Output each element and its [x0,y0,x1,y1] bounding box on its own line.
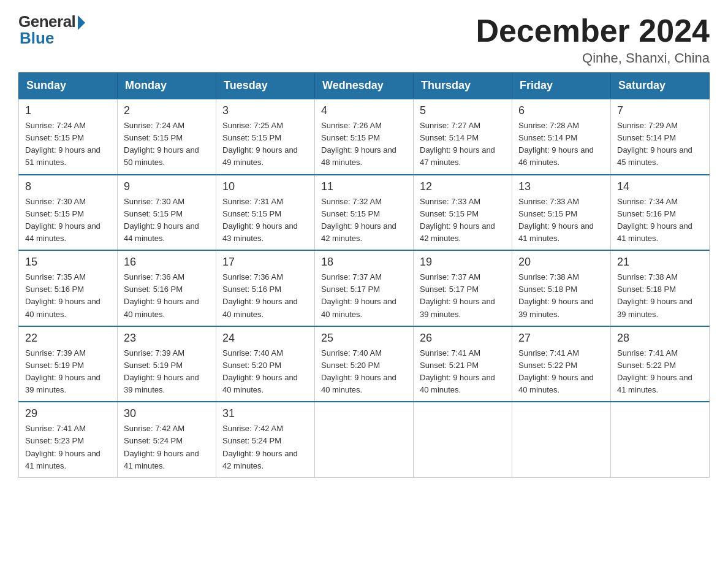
month-title: December 2024 [476,12,710,49]
day-number: 4 [321,104,407,117]
calendar-week-row: 29 Sunrise: 7:41 AMSunset: 5:23 PMDaylig… [19,402,710,477]
day-info: Sunrise: 7:41 AMSunset: 5:23 PMDaylight:… [25,424,100,470]
day-info: Sunrise: 7:38 AMSunset: 5:18 PMDaylight:… [518,272,594,318]
day-info: Sunrise: 7:27 AMSunset: 5:14 PMDaylight:… [420,121,495,167]
calendar-day-cell: 30 Sunrise: 7:42 AMSunset: 5:24 PMDaylig… [118,402,216,477]
day-info: Sunrise: 7:28 AMSunset: 5:14 PMDaylight:… [518,121,594,167]
page-header: General Blue December 2024 Qinhe, Shanxi… [18,12,710,66]
calendar-header-tuesday: Tuesday [216,73,315,99]
day-number: 14 [617,180,703,193]
calendar-day-cell: 7 Sunrise: 7:29 AMSunset: 5:14 PMDayligh… [611,99,710,175]
calendar-day-cell: 20 Sunrise: 7:38 AMSunset: 5:18 PMDaylig… [512,250,611,326]
calendar-day-cell [315,402,414,477]
day-info: Sunrise: 7:31 AMSunset: 5:15 PMDaylight:… [222,197,298,243]
day-number: 21 [617,256,703,269]
calendar-week-row: 22 Sunrise: 7:39 AMSunset: 5:19 PMDaylig… [19,326,710,402]
calendar-day-cell: 13 Sunrise: 7:33 AMSunset: 5:15 PMDaylig… [512,175,611,251]
day-number: 11 [321,180,407,193]
day-info: Sunrise: 7:32 AMSunset: 5:15 PMDaylight:… [321,197,396,243]
calendar-day-cell: 6 Sunrise: 7:28 AMSunset: 5:14 PMDayligh… [512,99,611,175]
calendar-day-cell: 28 Sunrise: 7:41 AMSunset: 5:22 PMDaylig… [611,326,710,402]
day-info: Sunrise: 7:41 AMSunset: 5:21 PMDaylight:… [420,348,495,394]
day-number: 3 [222,104,308,117]
calendar-week-row: 15 Sunrise: 7:35 AMSunset: 5:16 PMDaylig… [19,250,710,326]
day-number: 6 [518,104,604,117]
calendar-week-row: 8 Sunrise: 7:30 AMSunset: 5:15 PMDayligh… [19,175,710,251]
day-number: 28 [617,332,703,345]
location-title: Qinhe, Shanxi, China [476,50,710,66]
day-info: Sunrise: 7:29 AMSunset: 5:14 PMDaylight:… [617,121,692,167]
day-number: 23 [124,332,210,345]
calendar-day-cell: 18 Sunrise: 7:37 AMSunset: 5:17 PMDaylig… [315,250,414,326]
calendar-day-cell [611,402,710,477]
day-number: 18 [321,256,407,269]
calendar-day-cell: 9 Sunrise: 7:30 AMSunset: 5:15 PMDayligh… [118,175,216,251]
calendar-day-cell: 21 Sunrise: 7:38 AMSunset: 5:18 PMDaylig… [611,250,710,326]
day-number: 30 [124,407,210,420]
day-number: 22 [25,332,111,345]
day-number: 2 [124,104,210,117]
calendar-day-cell: 22 Sunrise: 7:39 AMSunset: 5:19 PMDaylig… [19,326,118,402]
logo: General Blue [18,12,85,48]
day-info: Sunrise: 7:30 AMSunset: 5:15 PMDaylight:… [25,197,100,243]
calendar-week-row: 1 Sunrise: 7:24 AMSunset: 5:15 PMDayligh… [19,99,710,175]
day-number: 25 [321,332,407,345]
day-info: Sunrise: 7:41 AMSunset: 5:22 PMDaylight:… [617,348,692,394]
calendar-day-cell: 15 Sunrise: 7:35 AMSunset: 5:16 PMDaylig… [19,250,118,326]
calendar-day-cell: 29 Sunrise: 7:41 AMSunset: 5:23 PMDaylig… [19,402,118,477]
calendar-day-cell: 24 Sunrise: 7:40 AMSunset: 5:20 PMDaylig… [216,326,315,402]
day-number: 13 [518,180,604,193]
calendar-header-wednesday: Wednesday [315,73,414,99]
day-number: 26 [420,332,506,345]
day-info: Sunrise: 7:40 AMSunset: 5:20 PMDaylight:… [222,348,298,394]
calendar-table: SundayMondayTuesdayWednesdayThursdayFrid… [18,72,710,478]
calendar-day-cell [512,402,611,477]
day-info: Sunrise: 7:42 AMSunset: 5:24 PMDaylight:… [124,424,199,470]
day-info: Sunrise: 7:24 AMSunset: 5:15 PMDaylight:… [25,121,100,167]
calendar-day-cell: 2 Sunrise: 7:24 AMSunset: 5:15 PMDayligh… [118,99,216,175]
day-info: Sunrise: 7:36 AMSunset: 5:16 PMDaylight:… [222,272,298,318]
calendar-day-cell: 27 Sunrise: 7:41 AMSunset: 5:22 PMDaylig… [512,326,611,402]
day-info: Sunrise: 7:42 AMSunset: 5:24 PMDaylight:… [222,424,298,470]
calendar-day-cell: 25 Sunrise: 7:40 AMSunset: 5:20 PMDaylig… [315,326,414,402]
calendar-day-cell: 14 Sunrise: 7:34 AMSunset: 5:16 PMDaylig… [611,175,710,251]
day-info: Sunrise: 7:30 AMSunset: 5:15 PMDaylight:… [124,197,199,243]
day-number: 29 [25,407,111,420]
calendar-day-cell: 12 Sunrise: 7:33 AMSunset: 5:15 PMDaylig… [414,175,512,251]
day-number: 9 [124,180,210,193]
day-number: 1 [25,104,111,117]
calendar-day-cell: 3 Sunrise: 7:25 AMSunset: 5:15 PMDayligh… [216,99,315,175]
day-info: Sunrise: 7:37 AMSunset: 5:17 PMDaylight:… [321,272,396,318]
day-number: 31 [222,407,308,420]
day-info: Sunrise: 7:33 AMSunset: 5:15 PMDaylight:… [518,197,594,243]
day-number: 27 [518,332,604,345]
logo-arrow-icon [78,15,85,30]
calendar-day-cell: 26 Sunrise: 7:41 AMSunset: 5:21 PMDaylig… [414,326,512,402]
calendar-header-thursday: Thursday [414,73,512,99]
day-number: 8 [25,180,111,193]
day-info: Sunrise: 7:34 AMSunset: 5:16 PMDaylight:… [617,197,692,243]
day-info: Sunrise: 7:41 AMSunset: 5:22 PMDaylight:… [518,348,594,394]
calendar-header-row: SundayMondayTuesdayWednesdayThursdayFrid… [19,73,710,99]
calendar-header-monday: Monday [118,73,216,99]
day-info: Sunrise: 7:38 AMSunset: 5:18 PMDaylight:… [617,272,692,318]
calendar-day-cell: 19 Sunrise: 7:37 AMSunset: 5:17 PMDaylig… [414,250,512,326]
calendar-day-cell: 11 Sunrise: 7:32 AMSunset: 5:15 PMDaylig… [315,175,414,251]
day-info: Sunrise: 7:40 AMSunset: 5:20 PMDaylight:… [321,348,396,394]
day-info: Sunrise: 7:39 AMSunset: 5:19 PMDaylight:… [25,348,100,394]
day-info: Sunrise: 7:24 AMSunset: 5:15 PMDaylight:… [124,121,199,167]
day-number: 5 [420,104,506,117]
day-number: 15 [25,256,111,269]
day-info: Sunrise: 7:37 AMSunset: 5:17 PMDaylight:… [420,272,495,318]
day-number: 10 [222,180,308,193]
day-number: 17 [222,256,308,269]
calendar-day-cell: 23 Sunrise: 7:39 AMSunset: 5:19 PMDaylig… [118,326,216,402]
logo-blue-text: Blue [18,29,54,48]
calendar-day-cell: 31 Sunrise: 7:42 AMSunset: 5:24 PMDaylig… [216,402,315,477]
day-number: 20 [518,256,604,269]
calendar-day-cell: 10 Sunrise: 7:31 AMSunset: 5:15 PMDaylig… [216,175,315,251]
day-info: Sunrise: 7:33 AMSunset: 5:15 PMDaylight:… [420,197,495,243]
calendar-day-cell: 4 Sunrise: 7:26 AMSunset: 5:15 PMDayligh… [315,99,414,175]
calendar-day-cell: 17 Sunrise: 7:36 AMSunset: 5:16 PMDaylig… [216,250,315,326]
day-number: 16 [124,256,210,269]
